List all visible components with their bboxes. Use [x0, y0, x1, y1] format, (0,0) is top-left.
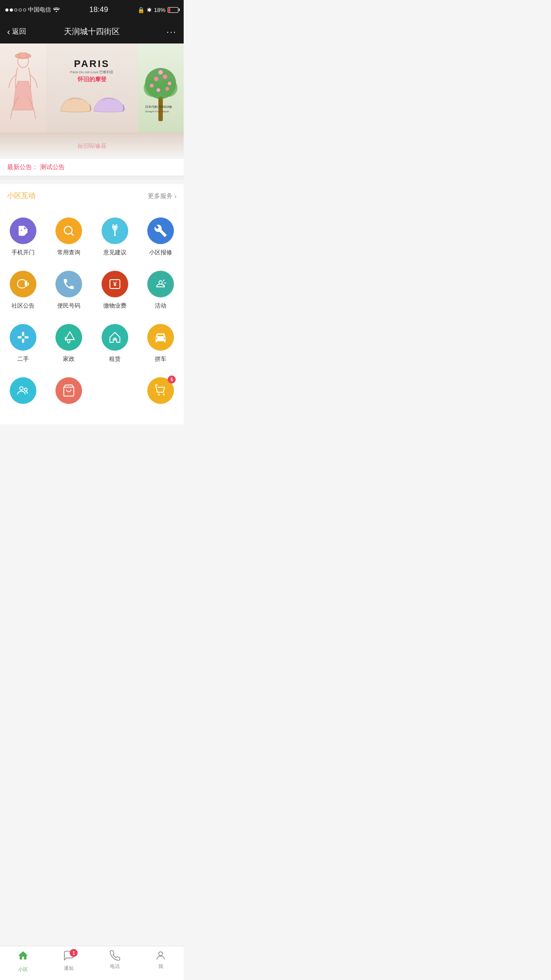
- grid-item-cart[interactable]: 5: [143, 377, 178, 408]
- open-door-label: 手机开门: [12, 249, 35, 257]
- shop-icon-wrapper: [55, 377, 82, 404]
- grid-item-housekeeping[interactable]: 家政: [51, 324, 87, 363]
- svg-point-13: [165, 87, 169, 91]
- svg-point-9: [158, 70, 163, 75]
- svg-point-23: [159, 281, 163, 285]
- banner: PARIS Paris Do not Love 巴黎利亚 怀旧的摩登: [0, 43, 184, 132]
- repair-label: 小区报修: [149, 249, 172, 257]
- svg-point-30: [24, 388, 27, 391]
- activity-icon: [147, 271, 174, 297]
- back-label: 返回: [12, 27, 26, 36]
- banner-left: [0, 43, 46, 132]
- shop-icon: [55, 377, 82, 404]
- status-right: 🔒 ✱ 18%: [138, 7, 178, 13]
- rental-label: 租赁: [109, 355, 121, 363]
- svg-text:日本代购 RANDA春: 日本代购 RANDA春: [145, 105, 172, 108]
- grid-item-rental[interactable]: ¥ 租赁: [97, 324, 133, 363]
- flower-tree-svg: 日本代购 RANDA春 Straight From Japan: [143, 52, 178, 123]
- grid-row-2: 社区公告 便民号码 ¥ 缴物业费 活动: [0, 264, 184, 317]
- grid-row-4: 5: [0, 370, 184, 415]
- chevron-right-icon: ›: [174, 193, 177, 200]
- status-bar: 中国电信 18:49 🔒 ✱ 18%: [0, 0, 184, 20]
- nav-bar: ‹ 返回 天润城十四街区 ···: [0, 20, 184, 43]
- announcement-bar[interactable]: 最新公告： 测试公告: [0, 159, 184, 176]
- svg-point-12: [157, 88, 160, 92]
- grid-item-repair[interactable]: 小区报修: [143, 217, 178, 257]
- more-services-button[interactable]: 更多服务 ›: [148, 192, 177, 200]
- feedback-icon: [102, 217, 128, 244]
- grid-row-1: 手机开门 常用查询 意见建议 小区报修: [0, 210, 184, 264]
- section-header: 小区互动 更多服务 ›: [0, 184, 184, 206]
- notice-label: 社区公告: [12, 302, 35, 310]
- svg-rect-3: [158, 97, 163, 121]
- svg-point-31: [158, 394, 160, 395]
- query-icon: [55, 217, 82, 244]
- section-title: 小区互动: [7, 191, 35, 201]
- secondhand-icon: [10, 324, 36, 351]
- svg-point-5: [144, 79, 161, 97]
- paris-title: PARIS: [74, 58, 110, 70]
- back-arrow-icon: ‹: [7, 27, 10, 37]
- grid-item-shop[interactable]: [51, 377, 87, 408]
- grid-item-fee[interactable]: ¥ 缴物业费: [97, 271, 133, 310]
- svg-point-32: [163, 394, 165, 395]
- grid-item-notice[interactable]: 社区公告: [5, 271, 41, 310]
- battery-percent: 18%: [154, 7, 165, 13]
- signal-dot-1: [5, 8, 8, 12]
- svg-text:¥: ¥: [114, 337, 116, 342]
- announcement-label: 最新公告： 测试公告: [7, 163, 65, 171]
- services-grid: 手机开门 常用查询 意见建议 小区报修: [0, 206, 184, 424]
- battery-icon: [168, 7, 178, 13]
- signal-dot-4: [19, 8, 22, 12]
- status-left: 中国电信: [5, 6, 60, 14]
- feedback-label: 意见建议: [103, 249, 126, 257]
- rental-icon: ¥: [102, 324, 128, 351]
- svg-point-11: [168, 82, 171, 85]
- svg-point-8: [163, 75, 167, 79]
- page-title: 天润城十四街区: [64, 26, 120, 37]
- svg-text:¥: ¥: [113, 281, 117, 288]
- svg-point-27: [21, 336, 25, 339]
- grid-item-numbers[interactable]: 便民号码: [51, 271, 87, 310]
- housekeeping-icon: [55, 324, 82, 351]
- carpool-icon: [147, 324, 174, 351]
- secondhand-label: 二手: [17, 355, 29, 363]
- housekeeping-label: 家政: [63, 355, 75, 363]
- carrier-label: 中国电信: [28, 6, 51, 14]
- grid-item-open-door[interactable]: 手机开门: [5, 217, 41, 257]
- banner-reflection: 怀旧的摩登: [0, 132, 184, 159]
- status-time: 18:49: [89, 5, 108, 14]
- grid-item-social[interactable]: [5, 377, 41, 408]
- battery-fill: [169, 8, 170, 12]
- svg-point-19: [114, 234, 116, 236]
- grid-item-carpool[interactable]: 拼车: [143, 324, 178, 363]
- more-button[interactable]: ···: [166, 27, 177, 37]
- grid-item-empty3: [97, 377, 133, 408]
- back-button[interactable]: ‹ 返回: [7, 27, 26, 37]
- activity-label: 活动: [155, 302, 166, 310]
- banner-right: 日本代购 RANDA春 Straight From Japan: [138, 43, 184, 132]
- social-icon: [10, 377, 36, 404]
- paris-subtitle: Paris Do not Love 巴黎利亚: [70, 70, 114, 75]
- bluetooth-icon: ✱: [147, 7, 152, 13]
- banner-center: PARIS Paris Do not Love 巴黎利亚 怀旧的摩登: [46, 43, 138, 132]
- grid-item-feedback[interactable]: 意见建议: [97, 217, 133, 257]
- numbers-label: 便民号码: [57, 302, 80, 310]
- section-divider: [0, 176, 184, 180]
- svg-point-7: [154, 77, 158, 81]
- carpool-label: 拼车: [155, 355, 166, 363]
- grid-item-query[interactable]: 常用查询: [51, 217, 87, 257]
- grid-item-secondhand[interactable]: 二手: [5, 324, 41, 363]
- open-door-icon: [10, 217, 36, 244]
- fee-icon: ¥: [102, 271, 128, 297]
- main-content: PARIS Paris Do not Love 巴黎利亚 怀旧的摩登: [0, 43, 184, 460]
- lock-icon: 🔒: [138, 7, 145, 13]
- cart-badge: 5: [168, 375, 176, 383]
- signal-dot-2: [10, 8, 13, 12]
- repair-icon: [147, 217, 174, 244]
- svg-point-29: [20, 387, 23, 390]
- social-icon-wrapper: [10, 377, 36, 404]
- signal-dot-5: [23, 8, 26, 12]
- grid-item-activity[interactable]: 活动: [143, 271, 178, 310]
- cart-icon-wrapper: 5: [147, 377, 174, 404]
